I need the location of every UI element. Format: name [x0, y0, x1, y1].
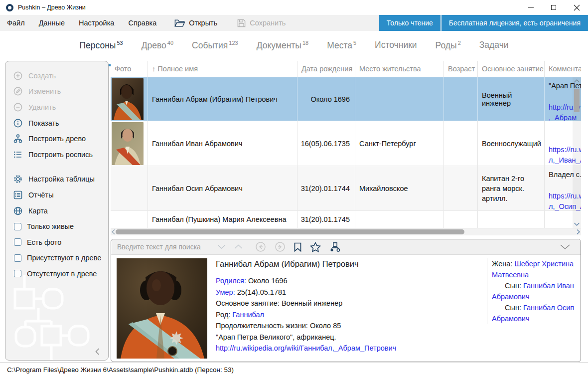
sidebar-item-reports[interactable]: Отчёты	[5, 187, 108, 203]
sidebar-collapse-chevron[interactable]	[93, 347, 102, 356]
cell-birth: 31(20).01.1744	[297, 166, 355, 210]
relation-son-link[interactable]: Ганнибал Осип Абрамович	[492, 304, 574, 323]
minimize-button[interactable]	[519, 0, 542, 15]
cell-age	[443, 121, 477, 166]
sidebar-item-map[interactable]: Карта	[5, 203, 108, 219]
born-label[interactable]: Родился:	[216, 277, 246, 285]
sidebar-item-build-report[interactable]: Построить роспись	[5, 147, 108, 163]
sidebar-item-edit: Изменить	[5, 84, 108, 100]
menubar: Файл Данные Настройка Справка Открыть Со…	[0, 15, 588, 31]
table-horizontal-scrollbar[interactable]	[111, 228, 581, 235]
tab-sources[interactable]: Источники	[375, 40, 417, 60]
col-occupation[interactable]: Основное занятие	[477, 61, 544, 77]
wikipedia-link[interactable]: http://ru.wikipedia.org/wiki/Ганнибал,_А…	[216, 343, 485, 354]
license-badge[interactable]: Бесплатная лицензия, есть ограничения	[441, 15, 588, 31]
filter-has-photo[interactable]: Есть фото	[5, 234, 108, 250]
checkbox-not-in-tree[interactable]	[14, 270, 21, 277]
menu-help[interactable]: Справка	[121, 15, 163, 31]
table-row[interactable]: Ганнибал Абрам (Ибрагим) Петрович Около …	[111, 77, 581, 121]
tab-persons[interactable]: Персоны53	[79, 40, 123, 60]
detail-relations: Жена: Шеберг Христина Матвеевна Сын: Ган…	[487, 258, 580, 324]
cell-residence: Санкт-Петербург	[355, 121, 443, 166]
detail-person-name: Ганнибал Абрам (Ибрагим) Петрович	[216, 259, 485, 269]
col-birth-date[interactable]: Дата рождения	[297, 61, 355, 77]
gear-icon	[13, 174, 23, 184]
cell-birth: 16(05).06.1735	[297, 121, 355, 166]
vertical-scroll-thumb[interactable]	[574, 89, 580, 112]
died-label[interactable]: Умер:	[216, 288, 235, 296]
scroll-up-icon[interactable]	[574, 79, 580, 83]
col-residence[interactable]: Место жительства	[355, 61, 443, 77]
cell-name: Ганнибал (Пушкина) Мария Алексеевна	[147, 211, 297, 228]
lifespan-value: Около 85	[310, 322, 341, 330]
open-button[interactable]: Открыть	[167, 15, 224, 31]
horizontal-scroll-thumb[interactable]	[116, 229, 464, 234]
cell-residence	[355, 77, 443, 121]
menu-data[interactable]: Данные	[32, 15, 72, 31]
sidebar-item-create: Создать	[5, 68, 108, 84]
org-chart-icon[interactable]	[329, 242, 340, 252]
menu-settings[interactable]: Настройка	[72, 15, 121, 31]
sidebar-item-table-settings[interactable]: Настройка таблицы	[5, 172, 108, 188]
menu-file[interactable]: Файл	[0, 15, 32, 31]
cell-occupation: Капитан 2-го ранга морск. артилл.	[477, 166, 544, 210]
tabbar: Персоны53 Древо40 События123 Документы18…	[0, 31, 588, 60]
search-input[interactable]	[117, 243, 209, 251]
cell-age	[443, 77, 477, 121]
table-vertical-scrollbar[interactable]	[573, 77, 581, 228]
tab-events[interactable]: События123	[192, 40, 238, 60]
cell-birth: 31(20).01.1745	[297, 211, 355, 228]
col-full-name[interactable]: ↑ Полное имя	[147, 61, 297, 77]
scroll-right-icon[interactable]	[576, 229, 581, 235]
checkbox-only-alive[interactable]	[14, 223, 21, 230]
checkbox-has-photo[interactable]	[14, 238, 21, 246]
filter-not-in-tree[interactable]: Отсутствуют в древе	[5, 266, 108, 282]
bookmark-icon[interactable]	[294, 242, 301, 252]
sidebar-item-build-tree[interactable]: Построить древо	[5, 131, 108, 147]
sidebar-item-show[interactable]: Показать	[5, 115, 108, 131]
readonly-badge[interactable]: Только чтение	[379, 15, 441, 31]
statusbar: C:\Program Files\Древо Жизни 6\Assets\sa…	[0, 362, 588, 377]
panel-collapse-chevron-icon[interactable]	[560, 244, 571, 250]
search-next-chevron-icon[interactable]	[217, 244, 226, 249]
photo-abram-hannibal	[112, 78, 144, 120]
filter-in-tree[interactable]: Присутствуют в древе	[5, 250, 108, 266]
cell-name: Ганнибал Иван Абрамович	[147, 121, 297, 166]
col-comment[interactable]: Комментарий	[544, 61, 581, 77]
cell-occupation	[477, 211, 544, 228]
tab-places[interactable]: Места5	[327, 40, 356, 60]
checkbox-in-tree[interactable]	[14, 254, 21, 262]
table-row[interactable]: Ганнибал Иван Абрамович 16(05).06.1735 С…	[111, 121, 581, 166]
cell-name: Ганнибал Осип Абрамович	[147, 166, 297, 210]
table-row[interactable]: Ганнибал (Пушкина) Мария Алексеевна 31(2…	[111, 211, 581, 228]
search-prev-chevron-icon[interactable]	[234, 244, 243, 249]
occupation-value: Военный инженер	[282, 299, 342, 307]
tab-clans[interactable]: Роды2	[436, 40, 461, 60]
minimize-icon	[528, 7, 534, 8]
file-path: C:\Program Files\Древо Жизни 6\Assets\sa…	[7, 366, 234, 374]
lifespan-label: Продолжительность жизни:	[216, 322, 308, 330]
detail-main: Ганнибал Абрам (Ибрагим) Петрович Родилс…	[216, 259, 485, 354]
photo-ivan-hannibal	[112, 122, 144, 165]
cell-occupation: Военный инженер	[477, 77, 544, 121]
sidebar: Создать Изменить Удалить Показать Постро…	[5, 61, 109, 361]
col-photo[interactable]: Фото	[111, 61, 147, 77]
filter-only-alive[interactable]: Только живые	[5, 218, 108, 234]
cell-name: Ганнибал Абрам (Ибрагим) Петрович	[147, 77, 297, 121]
detail-note: "Арап Петра Великого", африканец.	[216, 332, 485, 343]
scroll-left-icon[interactable]	[111, 229, 116, 235]
table-header: Фото ↑ Полное имя Дата рождения Место жи…	[111, 61, 581, 77]
relation-son-link[interactable]: Ганнибал Иван Абрамович	[492, 282, 574, 301]
table-row[interactable]: Ганнибал Осип Абрамович 31(20).01.1744 М…	[111, 166, 581, 211]
col-age[interactable]: Возраст	[443, 61, 477, 77]
scroll-down-icon[interactable]	[574, 222, 580, 226]
relation-son: Сын: Ганнибал Осип Абрамович	[492, 302, 580, 324]
clan-link[interactable]: Ганнибал	[232, 311, 264, 319]
tab-tree[interactable]: Древо40	[142, 40, 173, 60]
star-icon[interactable]	[310, 242, 321, 252]
close-button[interactable]	[565, 0, 588, 15]
maximize-button[interactable]	[542, 0, 565, 15]
born-value: Около 1696	[248, 277, 288, 285]
tab-documents[interactable]: Документы18	[257, 40, 308, 60]
tab-tasks[interactable]: Задачи	[479, 40, 509, 60]
